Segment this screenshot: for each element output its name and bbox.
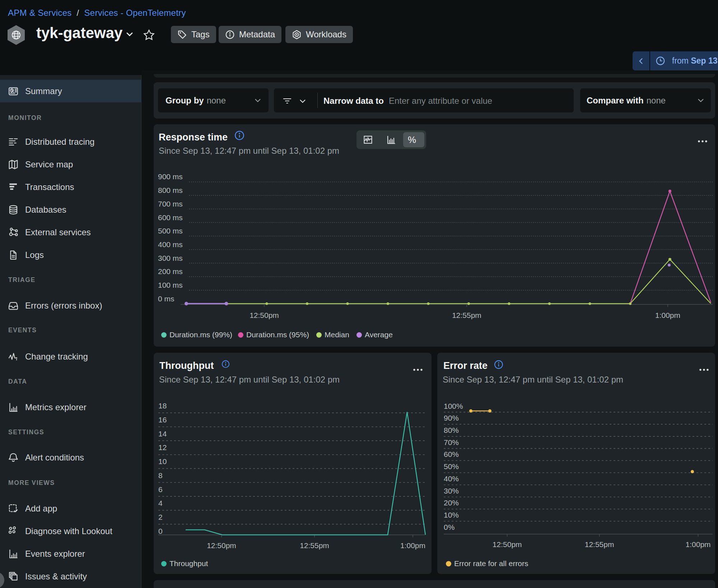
svg-text:12:55pm: 12:55pm	[300, 541, 329, 550]
svg-text:10: 10	[158, 457, 167, 466]
svg-text:18: 18	[158, 402, 167, 410]
svg-text:20%: 20%	[444, 499, 459, 507]
svg-text:80%: 80%	[444, 426, 459, 434]
svg-text:40%: 40%	[444, 474, 459, 483]
svg-text:700 ms: 700 ms	[158, 200, 183, 208]
svg-text:0%: 0%	[444, 523, 454, 531]
svg-text:12:55pm: 12:55pm	[585, 540, 614, 548]
svg-text:12:50pm: 12:50pm	[207, 541, 236, 550]
svg-text:50%: 50%	[444, 462, 459, 471]
svg-text:1:00pm: 1:00pm	[400, 541, 425, 550]
svg-text:900 ms: 900 ms	[158, 172, 183, 181]
svg-text:16: 16	[158, 416, 167, 424]
svg-text:4: 4	[158, 499, 163, 507]
svg-text:800 ms: 800 ms	[158, 186, 183, 194]
svg-text:600 ms: 600 ms	[158, 213, 183, 222]
svg-text:12:50pm: 12:50pm	[250, 311, 279, 319]
svg-text:1:00pm: 1:00pm	[686, 540, 711, 548]
svg-text:2: 2	[158, 513, 163, 521]
svg-text:6: 6	[158, 485, 163, 494]
svg-text:200 ms: 200 ms	[158, 267, 183, 276]
svg-text:500 ms: 500 ms	[158, 227, 183, 235]
svg-text:12: 12	[158, 443, 167, 452]
svg-text:100%: 100%	[444, 402, 463, 410]
svg-text:1:00pm: 1:00pm	[655, 311, 680, 319]
svg-text:12:55pm: 12:55pm	[452, 311, 481, 319]
svg-text:0: 0	[158, 527, 163, 535]
svg-text:300 ms: 300 ms	[158, 254, 183, 262]
svg-text:10%: 10%	[444, 511, 459, 519]
svg-text:60%: 60%	[444, 450, 459, 458]
svg-text:12:50pm: 12:50pm	[493, 540, 522, 548]
svg-text:0 ms: 0 ms	[158, 295, 174, 303]
svg-text:70%: 70%	[444, 438, 459, 446]
svg-text:400 ms: 400 ms	[158, 240, 183, 249]
svg-text:14: 14	[158, 430, 167, 438]
svg-text:100 ms: 100 ms	[158, 281, 183, 289]
svg-text:90%: 90%	[444, 414, 459, 422]
svg-text:30%: 30%	[444, 487, 459, 495]
svg-text:8: 8	[158, 471, 163, 480]
